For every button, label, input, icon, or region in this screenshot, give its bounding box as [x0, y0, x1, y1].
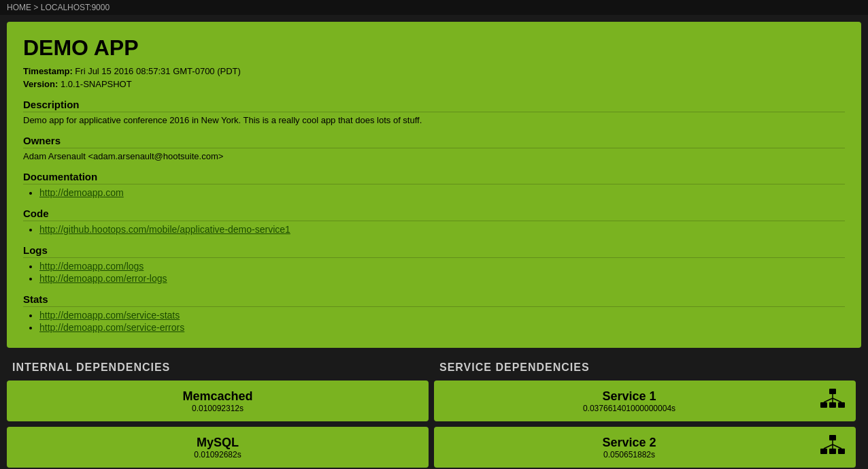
service-dependencies-heading: SERVICE DEPENDENCIES	[434, 361, 861, 374]
version-value-text: 1.0.1-SNAPSHOT	[61, 79, 132, 89]
owners-heading: Owners	[23, 135, 845, 148]
description-heading: Description	[23, 99, 845, 112]
svg-line-6	[833, 398, 841, 402]
svg-rect-2	[829, 402, 836, 408]
service-dep-0[interactable]: Service 1 0.037661401000000004s	[434, 381, 856, 421]
breadcrumb-separator: >	[31, 3, 41, 12]
app-title: DEMO APP	[23, 35, 845, 61]
svg-rect-3	[838, 402, 845, 408]
svg-rect-7	[829, 435, 836, 440]
timestamp-label: Timestamp:	[23, 66, 73, 76]
service-dep-0-name: Service 1	[602, 389, 656, 404]
service-dep-1-time: 0.050651882s	[603, 450, 655, 459]
timestamp-line: Timestamp: Fri Jul 15 2016 08:57:31 GMT-…	[23, 66, 845, 76]
svg-rect-10	[838, 449, 845, 454]
internal-dep-1[interactable]: MySQL 0.01092682s	[7, 427, 429, 468]
svg-rect-9	[829, 449, 836, 454]
svg-line-5	[824, 398, 833, 402]
svg-rect-1	[820, 402, 827, 408]
stats-link-0[interactable]: http://demoapp.com/service-stats	[39, 310, 180, 321]
internal-dep-1-time: 0.01092682s	[194, 450, 241, 459]
network-icon-1	[820, 435, 845, 460]
service-dep-1[interactable]: Service 2 0.050651882s	[434, 427, 856, 468]
topbar: HOME > LOCALHOST:9000	[0, 0, 868, 15]
logs-heading: Logs	[23, 244, 845, 258]
service-dep-0-time: 0.037661401000000004s	[583, 404, 675, 413]
internal-dep-0[interactable]: Memcached 0.010092312s	[7, 381, 429, 421]
stats-link-1[interactable]: http://demoapp.com/service-errors	[39, 322, 184, 333]
svg-rect-0	[829, 389, 836, 394]
home-link[interactable]: HOME	[7, 3, 31, 12]
doc-link-0[interactable]: http://demoapp.com	[39, 187, 124, 198]
service-dep-1-name: Service 2	[602, 436, 656, 450]
internal-dependencies-heading: INTERNAL DEPENDENCIES	[7, 361, 434, 374]
svg-line-12	[824, 444, 833, 449]
logs-link-0[interactable]: http://demoapp.com/logs	[39, 261, 144, 272]
svg-line-13	[833, 444, 841, 449]
version-line: Version: 1.0.1-SNAPSHOT	[23, 79, 845, 89]
documentation-links: http://demoapp.com	[23, 187, 845, 198]
stats-heading: Stats	[23, 293, 845, 307]
logs-link-1[interactable]: http://demoapp.com/error-logs	[39, 273, 167, 284]
internal-dependencies-section: INTERNAL DEPENDENCIES Memcached 0.010092…	[7, 355, 434, 469]
internal-dep-0-name: Memcached	[182, 389, 252, 404]
documentation-heading: Documentation	[23, 171, 845, 184]
code-link-0[interactable]: http://github.hootops.com/mobile/applica…	[39, 224, 290, 235]
code-heading: Code	[23, 208, 845, 221]
network-icon-0	[820, 389, 845, 414]
stats-links: http://demoapp.com/service-stats http://…	[23, 310, 845, 333]
owners-text: Adam Arsenault <adam.arsenault@hootsuite…	[23, 151, 845, 161]
code-links: http://github.hootops.com/mobile/applica…	[23, 224, 845, 235]
service-dependencies-section: SERVICE DEPENDENCIES Service 1 0.0376614…	[434, 355, 861, 469]
internal-dep-1-name: MySQL	[197, 436, 239, 450]
main-card: DEMO APP Timestamp: Fri Jul 15 2016 08:5…	[7, 22, 861, 348]
timestamp-value-text: Fri Jul 15 2016 08:57:31 GMT-0700 (PDT)	[75, 66, 241, 76]
dependencies-section: INTERNAL DEPENDENCIES Memcached 0.010092…	[7, 355, 861, 469]
current-location: LOCALHOST:9000	[41, 3, 110, 12]
internal-dep-0-time: 0.010092312s	[192, 404, 244, 413]
description-text: Demo app for applicative conference 2016…	[23, 115, 845, 125]
logs-links: http://demoapp.com/logs http://demoapp.c…	[23, 261, 845, 284]
version-label: Version:	[23, 79, 58, 89]
svg-rect-8	[820, 449, 827, 454]
